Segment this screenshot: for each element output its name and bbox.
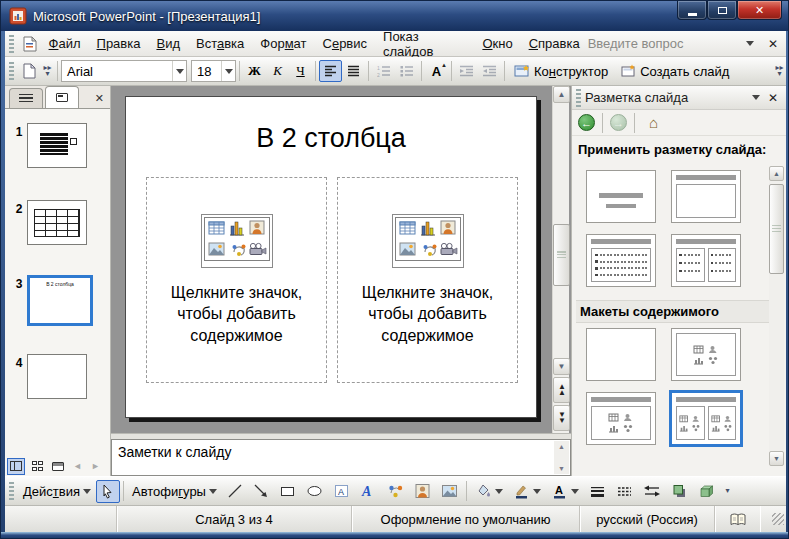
rectangle-tool-button[interactable] xyxy=(274,480,301,503)
slide-vertical-scrollbar[interactable]: ▲ ▼ ▲▲ ▼▼ xyxy=(552,86,569,433)
oval-tool-button[interactable] xyxy=(301,480,328,503)
right-content-placeholder[interactable]: Щелкните значок, чтобы добавить содержим… xyxy=(337,177,518,383)
toolbar-drag-handle[interactable] xyxy=(9,35,14,53)
layout-list-scrollbar[interactable]: ▲ ▼ xyxy=(769,166,784,466)
text-box-button[interactable]: А xyxy=(328,480,355,503)
wordart-button[interactable]: А xyxy=(355,480,382,503)
minimize-button[interactable] xyxy=(677,1,707,20)
menu-edit[interactable]: Правка xyxy=(89,33,149,54)
current-slide[interactable]: В 2 столбца Щелкните значок, чтобы добав… xyxy=(125,96,537,418)
dash-style-button[interactable] xyxy=(611,480,638,503)
font-size-combo[interactable]: 18 xyxy=(191,60,236,82)
design-button[interactable]: Конструктор xyxy=(508,60,614,82)
maximize-button[interactable] xyxy=(707,1,737,20)
scrollbar-thumb[interactable] xyxy=(553,224,570,286)
left-content-placeholder[interactable]: Щелкните значок, чтобы добавить содержим… xyxy=(146,177,327,383)
slide-sorter-view-button[interactable] xyxy=(28,458,46,475)
insert-content-icons[interactable] xyxy=(395,217,461,261)
notes-scrollbar[interactable]: ▲ ▼ xyxy=(554,441,569,474)
home-button[interactable]: ⌂ xyxy=(642,112,665,134)
question-dropdown-icon[interactable] xyxy=(746,41,754,46)
task-pane-menu-icon[interactable] xyxy=(752,95,760,100)
forward-button[interactable]: → xyxy=(610,114,627,131)
menu-insert[interactable]: Вставка xyxy=(188,33,252,54)
menu-tools[interactable]: Сервис xyxy=(315,33,376,54)
scroll-left-icon[interactable]: ◄ xyxy=(70,461,85,471)
next-slide-button[interactable]: ▼▼ xyxy=(553,405,570,431)
slide-title[interactable]: В 2 столбца xyxy=(126,123,536,154)
slideshow-view-button[interactable] xyxy=(49,458,67,475)
increase-font-size-button[interactable]: А ▲ xyxy=(425,60,448,82)
toolbar-drag-handle[interactable] xyxy=(9,482,14,500)
layout-title-text[interactable] xyxy=(586,234,656,287)
task-pane-close-icon[interactable]: ✕ xyxy=(768,91,778,105)
new-slide-button[interactable]: Создать слайд xyxy=(614,60,735,82)
menu-window[interactable]: Окно xyxy=(474,33,520,54)
menubar-close-icon[interactable]: ✕ xyxy=(760,37,786,51)
menu-file[interactable]: Файл xyxy=(41,33,89,54)
font-color-button[interactable]: А xyxy=(546,480,584,503)
standard-toolbar-options-button[interactable]: ▸▸▾ xyxy=(41,59,54,83)
draw-actions-button[interactable]: Действия xyxy=(18,480,96,503)
scroll-up-button[interactable]: ▲ xyxy=(769,166,784,181)
previous-slide-button[interactable]: ▲▲ xyxy=(553,377,570,403)
arrow-style-button[interactable] xyxy=(638,480,666,503)
drawing-toolbar-options-button[interactable]: ▾ xyxy=(721,479,734,503)
slide-2-thumbnail[interactable] xyxy=(27,200,87,245)
bullet-list-button[interactable] xyxy=(395,60,418,82)
spellcheck-status[interactable] xyxy=(715,506,760,532)
layout-title-two-column-text[interactable] xyxy=(671,234,741,287)
notes-pane[interactable]: Заметки к слайду ▲ ▼ xyxy=(111,439,571,476)
insert-content-icons[interactable] xyxy=(204,217,270,261)
menu-view[interactable]: Вид xyxy=(148,33,188,54)
numbered-list-button[interactable]: 12 xyxy=(372,60,395,82)
layout-content[interactable] xyxy=(671,328,741,381)
slide-3-thumbnail-selected[interactable]: В 2 столбца xyxy=(27,275,93,326)
italic-button[interactable]: К xyxy=(266,60,289,82)
layout-title-content[interactable] xyxy=(586,392,656,445)
layout-title-slide[interactable] xyxy=(586,170,656,223)
scroll-right-icon[interactable]: ► xyxy=(88,461,103,471)
tab-outline[interactable] xyxy=(9,88,43,108)
line-style-button[interactable] xyxy=(584,480,611,503)
line-color-button[interactable] xyxy=(508,480,546,503)
underline-button[interactable]: Ч xyxy=(289,60,312,82)
decrease-indent-button[interactable] xyxy=(455,60,478,82)
resize-grip[interactable] xyxy=(772,513,784,525)
tab-slides[interactable] xyxy=(45,86,79,108)
normal-view-button[interactable] xyxy=(7,458,25,475)
slide-1-thumbnail[interactable] xyxy=(27,123,87,168)
slide-4-thumbnail[interactable] xyxy=(27,354,87,399)
align-justify-button[interactable] xyxy=(342,60,365,82)
design-name[interactable]: Оформление по умолчанию xyxy=(352,506,580,532)
chevron-down-icon[interactable] xyxy=(571,489,579,494)
ask-question-input[interactable]: Введите вопрос xyxy=(588,36,746,51)
autoshapes-button[interactable]: Автофигуры xyxy=(127,480,222,503)
toolbar-drag-handle[interactable] xyxy=(9,62,14,80)
formatting-toolbar-options-button[interactable]: ▸▸▾ xyxy=(773,59,786,83)
layout-title-two-content-selected[interactable] xyxy=(669,390,743,447)
layout-title-only[interactable] xyxy=(671,170,741,223)
font-name-combo[interactable]: Arial xyxy=(61,60,187,82)
chevron-down-icon[interactable] xyxy=(533,489,541,494)
pane-close-icon[interactable]: ✕ xyxy=(95,92,104,108)
layout-blank[interactable] xyxy=(586,328,656,381)
arrow-tool-button[interactable] xyxy=(248,480,274,503)
scrollbar-thumb[interactable] xyxy=(769,184,784,274)
insert-diagram-button[interactable] xyxy=(382,480,409,503)
select-objects-button[interactable] xyxy=(96,480,120,503)
align-left-button[interactable] xyxy=(319,60,342,82)
insert-picture-button[interactable] xyxy=(436,480,463,503)
close-button[interactable]: ✕ xyxy=(737,1,782,20)
new-presentation-button[interactable] xyxy=(18,60,41,82)
bold-button[interactable]: Ж xyxy=(243,60,266,82)
3d-style-button[interactable] xyxy=(693,480,721,503)
scroll-down-button[interactable]: ▼ xyxy=(553,358,570,375)
line-tool-button[interactable] xyxy=(222,480,248,503)
shadow-style-button[interactable] xyxy=(666,480,693,503)
back-button[interactable]: ← xyxy=(578,114,595,131)
scroll-down-button[interactable]: ▼ xyxy=(769,451,784,466)
fill-color-button[interactable] xyxy=(470,480,508,503)
increase-indent-button[interactable] xyxy=(478,60,501,82)
task-pane-drag-handle[interactable] xyxy=(576,89,581,107)
